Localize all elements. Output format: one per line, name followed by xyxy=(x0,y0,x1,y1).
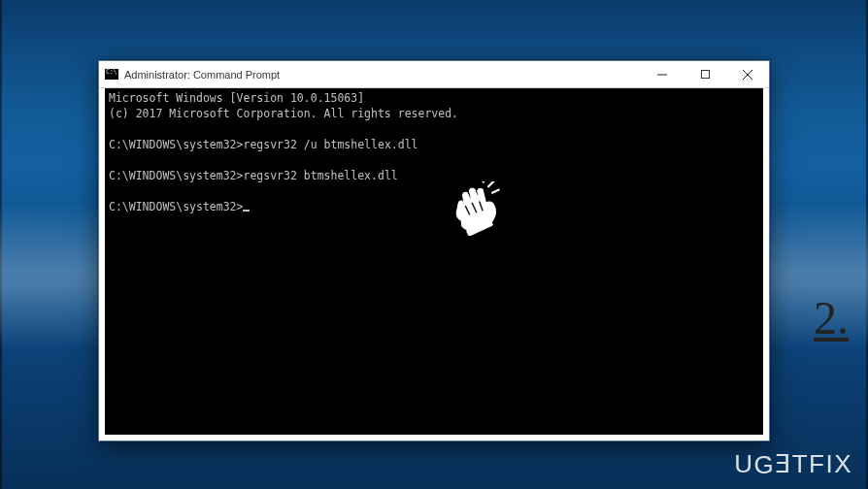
screenshot-left-border xyxy=(0,0,2,489)
window-title-wrap: Administrator: Command Prompt xyxy=(99,69,280,81)
window-controls xyxy=(641,61,769,87)
watermark: UGƎTFIX xyxy=(734,449,852,479)
current-prompt: C:\WINDOWS\system32> xyxy=(109,200,243,213)
background-step-number: 2. xyxy=(814,291,849,344)
command-prompt-window: Administrator: Command Prompt Microsof xyxy=(98,60,770,441)
banner-line-1: Microsoft Windows [Version 10.0.15063] xyxy=(109,91,364,105)
cmd-icon xyxy=(105,69,118,80)
minimize-button[interactable] xyxy=(641,61,684,87)
terminal-area[interactable]: Microsoft Windows [Version 10.0.15063] (… xyxy=(105,88,763,435)
minimize-icon xyxy=(657,70,667,80)
maximize-button[interactable] xyxy=(684,61,726,87)
svg-rect-1 xyxy=(701,70,709,78)
close-button[interactable] xyxy=(726,61,769,87)
window-titlebar[interactable]: Administrator: Command Prompt xyxy=(99,61,769,88)
banner-line-2: (c) 2017 Microsoft Corporation. All righ… xyxy=(109,107,458,120)
history-line-2: C:\WINDOWS\system32>regsvr32 btmshellex.… xyxy=(109,169,398,182)
window-title-text: Administrator: Command Prompt xyxy=(124,69,280,81)
history-line-1: C:\WINDOWS\system32>regsvr32 /u btmshell… xyxy=(109,138,418,151)
maximize-icon xyxy=(701,70,710,79)
terminal-cursor xyxy=(243,210,250,212)
close-icon xyxy=(743,70,752,80)
terminal-output: Microsoft Windows [Version 10.0.15063] (… xyxy=(109,90,759,214)
